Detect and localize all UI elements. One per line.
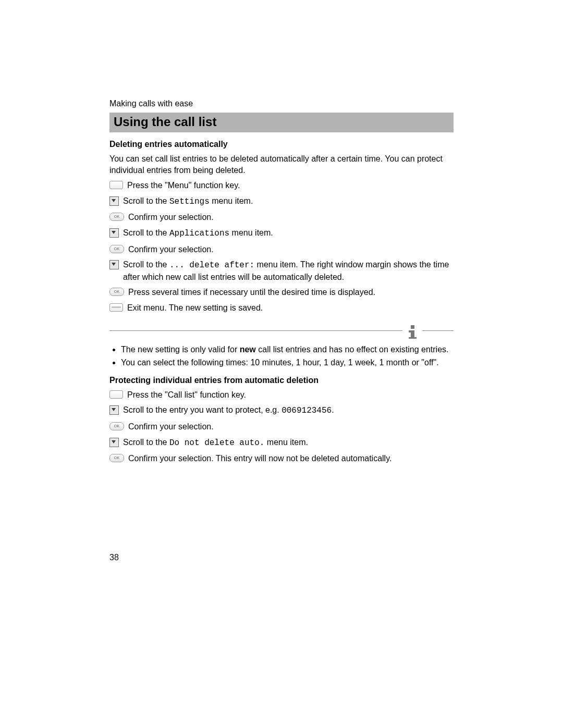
note-item: The new setting is only valid for new ca…: [121, 344, 454, 355]
section-title: Using the call list: [109, 113, 454, 132]
text-post: menu item.: [264, 438, 308, 447]
separator-line: [109, 330, 402, 331]
scroll-down-icon: [109, 438, 119, 447]
running-head: Making calls with ease: [109, 99, 454, 108]
text-pre: Scroll to the entry you want to protect,…: [123, 405, 282, 414]
step-text: Confirm your selection.: [128, 244, 454, 255]
separator-line: [422, 330, 454, 331]
ok-key-icon: OK: [109, 422, 124, 430]
step-scroll-entry: Scroll to the entry you want to protect,…: [109, 404, 454, 417]
text-pre: Scroll to the: [123, 196, 169, 205]
step-text: Scroll to the ... delete after: menu ite…: [123, 259, 454, 282]
scroll-down-icon: [109, 228, 119, 238]
step-confirm-4: OK Confirm your selection. This entry wi…: [109, 453, 454, 464]
function-key-icon: [109, 390, 123, 399]
esc-key-icon: [109, 303, 123, 312]
step-text: Exit menu. The new setting is saved.: [127, 302, 454, 314]
ok-key-icon: OK: [109, 288, 124, 296]
step-text: Press the "Call list" function key.: [127, 389, 454, 401]
code-delete-after: ... delete after:: [169, 261, 254, 270]
step-scroll-settings: Scroll to the Settings menu item.: [109, 195, 454, 208]
subheading-deleting: Deleting entries automatically: [109, 140, 454, 149]
scroll-down-icon: [109, 260, 119, 269]
step-text: Scroll to the entry you want to protect,…: [123, 404, 454, 417]
info-icon: [406, 323, 419, 339]
step-text: Press the "Menu" function key.: [127, 180, 454, 191]
text-pre: The new setting is only valid for: [121, 345, 240, 354]
ok-key-icon: OK: [109, 213, 124, 221]
text-post: call list entries and has no effect on e…: [256, 345, 449, 354]
ok-key-icon: OK: [109, 245, 124, 253]
step-press-repeat: OK Press several times if necessary unti…: [109, 287, 454, 298]
text-post: menu item.: [229, 228, 273, 237]
step-scroll-applications: Scroll to the Applications menu item.: [109, 227, 454, 240]
step-text: Confirm your selection. This entry will …: [128, 453, 454, 464]
step-press-call-list: Press the "Call list" function key.: [109, 389, 454, 401]
step-scroll-do-not-delete: Scroll to the Do not delete auto. menu i…: [109, 437, 454, 449]
code-settings: Settings: [169, 197, 210, 206]
step-confirm-3: OK Confirm your selection.: [109, 421, 454, 433]
step-scroll-delete-after: Scroll to the ... delete after: menu ite…: [109, 259, 454, 282]
manual-page: Making calls with ease Using the call li…: [0, 0, 563, 728]
step-press-menu: Press the "Menu" function key.: [109, 180, 454, 191]
text-pre: Scroll to the: [123, 228, 169, 237]
step-exit-menu: Exit menu. The new setting is saved.: [109, 302, 454, 314]
code-applications: Applications: [169, 229, 229, 238]
step-text: Press several times if necessary until t…: [128, 287, 454, 298]
subheading-protecting: Protecting individual entries from autom…: [109, 376, 454, 385]
scroll-down-icon: [109, 196, 119, 206]
step-confirm-1: OK Confirm your selection.: [109, 212, 454, 223]
note-separator: [109, 323, 454, 339]
step-text: Confirm your selection.: [128, 421, 454, 433]
step-confirm-2: OK Confirm your selection.: [109, 244, 454, 255]
ok-key-icon: OK: [109, 454, 124, 462]
page-number: 38: [109, 553, 119, 562]
step-text: Scroll to the Settings menu item.: [123, 195, 454, 208]
note-item: You can select the following times: 10 m…: [121, 357, 454, 368]
intro-paragraph: You can set call list entries to be dele…: [109, 153, 454, 176]
step-text: Scroll to the Do not delete auto. menu i…: [123, 437, 454, 449]
text-post: menu item.: [210, 196, 253, 205]
code-do-not-delete: Do not delete auto.: [169, 438, 264, 448]
code-number-example: 0069123456: [282, 406, 332, 415]
text-bold-new: new: [240, 345, 256, 354]
function-key-icon: [109, 181, 123, 189]
step-text: Scroll to the Applications menu item.: [123, 227, 454, 240]
note-list: The new setting is only valid for new ca…: [109, 344, 454, 368]
step-text: Confirm your selection.: [128, 212, 454, 223]
text-pre: Scroll to the: [123, 260, 169, 269]
text-pre: Scroll to the: [123, 438, 169, 447]
text-post: .: [332, 405, 334, 414]
scroll-down-icon: [109, 405, 119, 415]
